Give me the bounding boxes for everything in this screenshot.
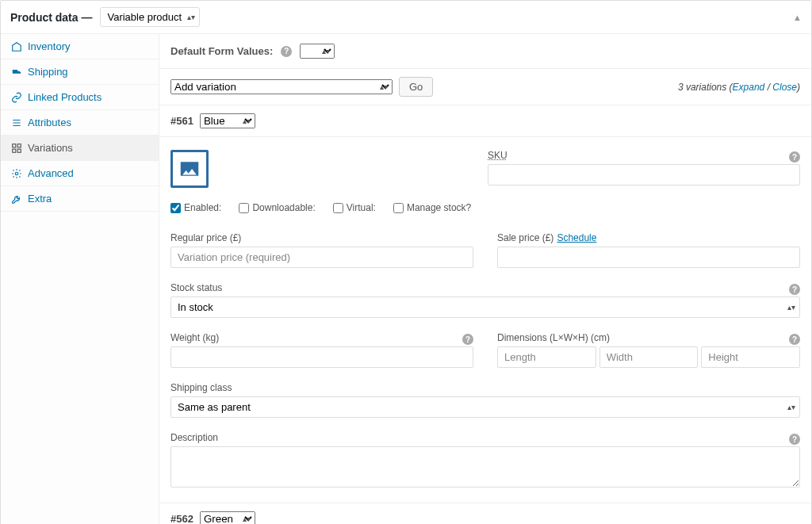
stock-status-label: Stock status [170, 282, 222, 293]
sidebar-item-label: Attributes [28, 117, 71, 128]
variation-row-561-body: SKU ? Enabled: Downloadable: Virtual: Ma… [159, 137, 811, 503]
help-icon[interactable]: ? [789, 151, 800, 163]
enabled-checkbox[interactable]: Enabled: [170, 202, 221, 213]
link-icon [10, 92, 23, 103]
regular-price-label: Regular price (£) [170, 232, 473, 243]
gear-icon [10, 168, 23, 179]
shipping-icon [10, 67, 23, 78]
variation-id: #562 [170, 513, 193, 524]
panel-header: Product data — Variable product ▴▾ ▲ [1, 1, 811, 34]
sidebar-item-label: Advanced [28, 167, 74, 179]
sidebar-item-variations[interactable]: Variations [1, 136, 159, 161]
collapse-panel-icon[interactable]: ▲ [793, 13, 802, 22]
sidebar-item-label: Variations [28, 142, 73, 154]
weight-input[interactable] [170, 346, 473, 368]
svg-rect-0 [13, 143, 16, 147]
attributes-icon [10, 117, 23, 128]
variations-panel: Default Form Values: ? ▴▾ Add variation … [159, 34, 811, 524]
variations-icon [10, 143, 23, 154]
sidebar-item-linked-products[interactable]: Linked Products [1, 85, 159, 110]
help-icon[interactable]: ? [789, 284, 800, 295]
description-label: Description [170, 432, 218, 443]
svg-point-5 [184, 164, 188, 168]
wrench-icon [10, 193, 23, 205]
sale-price-label: Sale price (£) Schedule [497, 232, 800, 243]
virtual-checkbox[interactable]: Virtual: [333, 202, 376, 213]
height-input[interactable] [701, 346, 800, 368]
description-textarea[interactable] [170, 446, 800, 488]
svg-rect-1 [17, 143, 21, 147]
variation-attribute-select[interactable]: Green [200, 511, 255, 524]
variation-actions-row: Add variation ▴▾ Go 3 variations (Expand… [159, 69, 811, 105]
help-icon[interactable]: ? [281, 46, 292, 57]
variation-row-561-head[interactable]: #561 Blue ▴▾ [159, 105, 811, 137]
sidebar-item-inventory[interactable]: Inventory [1, 34, 159, 59]
default-form-select[interactable] [300, 44, 335, 59]
sale-price-input[interactable] [497, 247, 800, 268]
sidebar-item-attributes[interactable]: Attributes [1, 110, 159, 136]
sidebar-item-label: Shipping [28, 66, 68, 78]
sidebar-item-advanced[interactable]: Advanced [1, 161, 159, 186]
product-type-select[interactable]: Variable product [100, 7, 200, 27]
regular-price-input[interactable] [170, 247, 473, 268]
length-input[interactable] [497, 346, 596, 368]
svg-point-4 [15, 172, 18, 175]
variation-id: #561 [170, 115, 193, 127]
variation-row-562-head[interactable]: #562 Green ▴▾ [159, 503, 811, 524]
help-icon[interactable]: ? [789, 334, 800, 345]
sidebar-item-label: Inventory [28, 40, 70, 52]
schedule-link[interactable]: Schedule [557, 232, 596, 243]
help-icon[interactable]: ? [462, 334, 473, 345]
weight-label: Weight (kg) [170, 332, 219, 343]
manage-stock-checkbox[interactable]: Manage stock? [393, 202, 471, 213]
sku-label: SKU [488, 150, 508, 161]
go-button[interactable]: Go [399, 77, 433, 97]
svg-rect-3 [17, 149, 21, 152]
downloadable-checkbox[interactable]: Downloadable: [239, 202, 315, 213]
default-form-row: Default Form Values: ? ▴▾ [159, 34, 811, 69]
variation-attribute-select[interactable]: Blue [200, 113, 255, 128]
variation-options: Enabled: Downloadable: Virtual: Manage s… [170, 202, 800, 213]
variation-action-select[interactable]: Add variation [170, 79, 393, 94]
close-link[interactable]: Close [772, 82, 797, 93]
sku-input[interactable] [488, 164, 800, 186]
sidebar-item-shipping[interactable]: Shipping [1, 59, 159, 85]
sidebar-item-label: Linked Products [28, 91, 102, 103]
width-input[interactable] [599, 346, 699, 368]
shipping-class-label: Shipping class [170, 382, 800, 393]
panel-title: Product data — [10, 11, 92, 24]
variations-status: 3 variations (Expand / Close) [678, 82, 800, 93]
svg-rect-2 [13, 149, 16, 152]
expand-link[interactable]: Expand [733, 82, 765, 93]
shipping-class-select[interactable]: Same as parent [170, 396, 800, 418]
stock-status-select[interactable]: In stock [170, 296, 800, 318]
sidebar-item-label: Extra [28, 193, 52, 205]
inventory-icon [10, 41, 23, 52]
product-data-tabs: Inventory Shipping Linked Products Attri… [1, 34, 159, 524]
variation-image-button[interactable] [170, 150, 209, 188]
sidebar-item-extra[interactable]: Extra [1, 186, 159, 212]
dimensions-label: Dimensions (L×W×H) (cm) [497, 332, 610, 343]
default-form-label: Default Form Values: [170, 45, 273, 57]
help-icon[interactable]: ? [789, 434, 800, 445]
